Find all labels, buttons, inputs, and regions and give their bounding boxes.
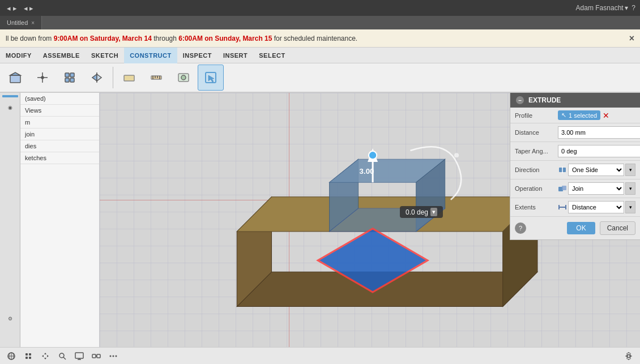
direction-dropdown[interactable]: One Side Two Sides Symmetric <box>568 164 624 176</box>
toolbar-component-button[interactable] <box>57 65 83 91</box>
bottom-joints-button[interactable] <box>89 350 103 362</box>
bottom-display-button[interactable] <box>72 350 86 362</box>
tab-item[interactable]: Untitled × <box>0 16 42 29</box>
left-sidebar: ◉ <box>0 93 20 347</box>
extrude-footer: ? OK Cancel <box>510 217 640 239</box>
svg-point-69 <box>113 355 114 357</box>
distance-dropdown-button[interactable]: ▾ <box>430 208 437 216</box>
user-dropdown-icon[interactable]: ▾ <box>625 4 628 12</box>
toolbar-capture-button[interactable] <box>170 65 197 91</box>
toolbar-origin-button[interactable] <box>29 65 56 91</box>
svg-marker-10 <box>92 74 97 81</box>
viewport[interactable]: 3.00 0.0 deg ▾ FRONT TOP <box>100 93 640 347</box>
sidebar-accent <box>2 95 18 97</box>
panel-item-sketches[interactable]: ketches <box>20 152 99 164</box>
toolbar-solid-button[interactable] <box>2 65 28 91</box>
menu-item-construct[interactable]: CONSTRUCT <box>124 48 177 63</box>
operation-label: Operation <box>515 185 554 192</box>
sidebar-expand-button[interactable]: ◉ <box>1 100 19 115</box>
time2: 6:00AM on Sunday, March 15 <box>178 35 272 42</box>
menu-item-insert[interactable]: INSERT <box>217 48 253 63</box>
notification-text: ll be down from 9:00AM on Saturday, Marc… <box>6 35 357 42</box>
extrude-title: EXTRUDE <box>528 96 561 104</box>
bottom-pan-button[interactable] <box>39 350 52 362</box>
toolbar-mirror-button[interactable] <box>84 65 110 91</box>
tab-close-button[interactable]: × <box>31 20 35 26</box>
cancel-button[interactable]: Cancel <box>600 221 635 235</box>
sidebar-bottom-btn[interactable]: ⚙ <box>1 311 19 327</box>
bottom-settings-icon[interactable] <box>622 350 635 362</box>
svg-point-68 <box>110 355 112 357</box>
bottom-zoom-button[interactable] <box>56 350 69 362</box>
svg-line-61 <box>63 357 66 359</box>
menu-item-inspect[interactable]: INSPECT <box>177 48 217 63</box>
svg-rect-62 <box>75 353 83 358</box>
operation-dropdown[interactable]: Join Cut Intersect New Body <box>568 182 624 195</box>
panel-item-dies[interactable]: dies <box>20 140 99 152</box>
profile-label: Profile <box>515 112 554 119</box>
extrude-header: – EXTRUDE <box>510 93 640 108</box>
svg-text:3.00: 3.00 <box>360 167 374 175</box>
tab-bar: Untitled × <box>0 16 640 29</box>
notification-close-button[interactable]: × <box>629 33 634 44</box>
profile-selected-value: 1 selected <box>569 112 597 119</box>
left-panel: (saved) Views m join dies ketches ⚙ <box>20 93 100 347</box>
notification-bar: ll be down from 9:00AM on Saturday, Marc… <box>0 29 640 48</box>
menu-item-select[interactable]: SELECT <box>253 48 291 63</box>
toolbar-measure-button[interactable] <box>143 65 169 91</box>
toolbar-plane-button[interactable] <box>116 65 142 91</box>
svg-rect-12 <box>124 75 134 81</box>
panel-item-join[interactable]: join <box>20 129 99 140</box>
direction-icon <box>558 165 567 174</box>
undo-button[interactable]: ◂ ▸ <box>5 3 19 14</box>
tab-label: Untitled <box>7 19 28 26</box>
extrude-direction-row: Direction One Side Two Sides Symmetric ▾ <box>510 161 640 179</box>
toolbar-select-button[interactable] <box>198 65 224 91</box>
extrude-panel: – EXTRUDE Profile ↖ 1 selected ✕ Distanc… <box>510 93 640 240</box>
top-bar: ◂ ▸ ◂ ▸ Adam Fasnacht ▾ ? <box>0 0 640 16</box>
extents-field-group: Distance To Object All ▾ <box>558 201 635 213</box>
toolbar-separator <box>113 67 113 88</box>
distance-input[interactable] <box>558 126 640 139</box>
extrude-collapse-button[interactable]: – <box>516 96 524 104</box>
menu-item-sketch[interactable]: SKETCH <box>86 48 124 63</box>
extrude-extents-row: Extents Distance To Object All <box>510 198 640 217</box>
direction-label: Direction <box>515 166 554 173</box>
svg-marker-56 <box>44 353 46 354</box>
bottom-grid-button[interactable] <box>5 350 18 362</box>
user-name: Adam Fasnacht <box>576 4 624 12</box>
extrude-distance-row: Distance ▾ <box>510 123 640 142</box>
bottom-snap-button[interactable] <box>22 350 35 362</box>
help-button[interactable]: ? <box>515 222 526 234</box>
bottom-right-area <box>622 350 635 362</box>
svg-rect-0 <box>10 75 20 83</box>
svg-rect-44 <box>562 186 566 190</box>
svg-point-71 <box>628 354 630 357</box>
extents-dropdown-arrow[interactable]: ▾ <box>625 201 635 213</box>
taper-label: Taper Ang... <box>515 148 554 155</box>
panel-item-m[interactable]: m <box>20 117 99 129</box>
extrude-operation-row: Operation Join Cut Intersect New Body <box>510 179 640 198</box>
menu-bar: MODIFY ASSEMBLE SKETCH CONSTRUCT INSPECT… <box>0 48 640 63</box>
svg-rect-54 <box>25 357 28 359</box>
bottom-more-button[interactable] <box>106 350 120 362</box>
menu-item-assemble[interactable]: ASSEMBLE <box>37 48 86 63</box>
distance-tooltip: 0.0 deg ▾ <box>400 206 443 218</box>
help-icon[interactable]: ? <box>632 4 635 12</box>
svg-marker-1 <box>10 72 20 75</box>
redo-button[interactable]: ◂ ▸ <box>22 3 36 14</box>
panel-item-saved[interactable]: (saved) <box>20 93 99 105</box>
svg-rect-53 <box>29 353 31 356</box>
svg-rect-7 <box>65 78 69 82</box>
extents-dropdown[interactable]: Distance To Object All <box>568 201 624 213</box>
taper-input[interactable] <box>558 145 640 157</box>
panel-item-views[interactable]: Views <box>20 105 99 117</box>
svg-marker-57 <box>44 358 46 359</box>
distance-field-group: ▾ <box>558 126 640 139</box>
operation-dropdown-arrow[interactable]: ▾ <box>625 182 635 195</box>
profile-clear-button[interactable]: ✕ <box>601 112 611 119</box>
direction-dropdown-arrow[interactable]: ▾ <box>625 164 635 176</box>
menu-item-modify[interactable]: MODIFY <box>0 48 37 63</box>
extrude-profile-row: Profile ↖ 1 selected ✕ <box>510 108 640 123</box>
ok-button[interactable]: OK <box>567 222 595 234</box>
